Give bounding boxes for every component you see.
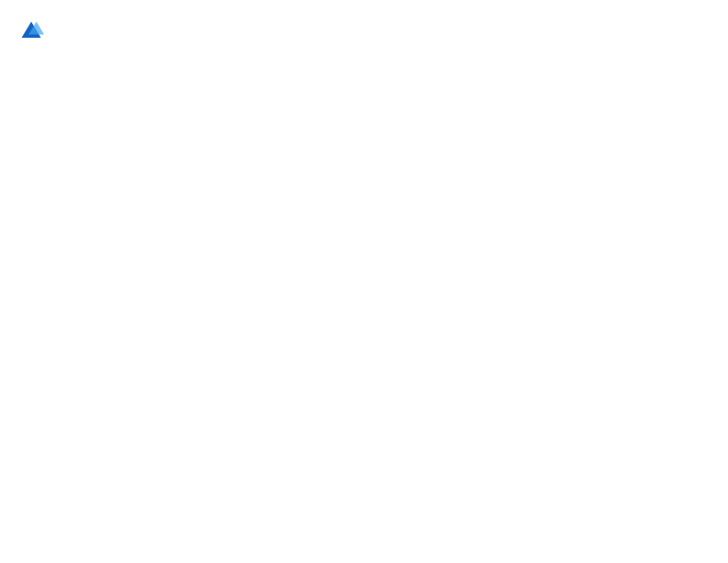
page-header: [18, 18, 710, 44]
logo-icon: [18, 18, 44, 44]
logo: [18, 18, 48, 44]
